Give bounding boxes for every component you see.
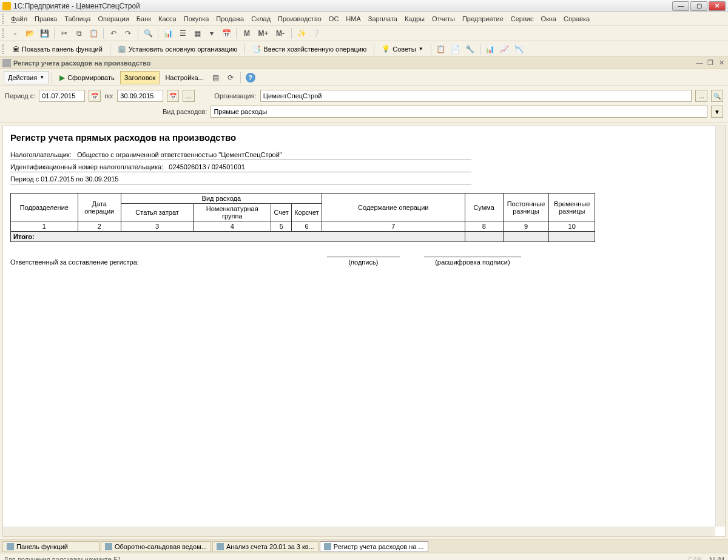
- set-org-button[interactable]: 🏢 Установить основную организацию: [113, 42, 242, 56]
- menu-hr[interactable]: Кадры: [401, 14, 428, 24]
- wand-icon[interactable]: ✨: [295, 27, 308, 40]
- list-icon[interactable]: ☰: [176, 27, 189, 40]
- panel-icon: 🏛: [13, 46, 19, 53]
- cut-icon[interactable]: ✂: [58, 27, 71, 40]
- status-cap: CAP: [688, 556, 702, 561]
- menu-service[interactable]: Сервис: [507, 14, 538, 24]
- task-panel-functions[interactable]: Панель функций: [2, 541, 99, 552]
- show-panel-button[interactable]: 🏛 Показать панель функций: [8, 42, 107, 56]
- task-icon: [217, 543, 224, 550]
- doc-minimize-icon[interactable]: —: [695, 59, 704, 67]
- menu-help[interactable]: Справка: [560, 14, 593, 24]
- menu-purchase[interactable]: Покупка: [180, 14, 213, 24]
- operation-icon: 📑: [252, 45, 261, 53]
- header-toggle-button[interactable]: Заголовок: [120, 71, 160, 84]
- actions-dropdown[interactable]: Действия ▼: [4, 71, 49, 84]
- menu-edit[interactable]: Правка: [31, 14, 61, 24]
- maximize-button[interactable]: ▢: [690, 1, 707, 11]
- period-to-input[interactable]: 30.09.2015: [117, 90, 163, 102]
- mem-mminus[interactable]: M-: [272, 27, 288, 40]
- extra-icon-6[interactable]: 📉: [513, 42, 526, 56]
- save-icon[interactable]: 💾: [38, 27, 51, 40]
- app-icon: [2, 2, 11, 10]
- expense-type-select[interactable]: Прямые расходы: [211, 106, 707, 118]
- help-toolbar-icon[interactable]: ❔: [309, 27, 323, 40]
- extra-icon-2[interactable]: 📄: [449, 42, 462, 56]
- enter-op-button[interactable]: 📑 Ввести хозяйственную операцию: [248, 42, 371, 56]
- col-account: Счет: [271, 204, 292, 221]
- extra-icon-1[interactable]: 📋: [434, 42, 448, 56]
- menu-file[interactable]: Файл: [7, 14, 31, 24]
- menu-windows[interactable]: Окна: [537, 14, 560, 24]
- close-button[interactable]: ✕: [709, 1, 726, 11]
- doc-close-icon[interactable]: ✕: [717, 59, 726, 67]
- period-to-label: по:: [104, 92, 113, 100]
- open-icon[interactable]: 📂: [23, 27, 36, 40]
- new-doc-icon[interactable]: ▫: [8, 27, 22, 40]
- chart-icon[interactable]: 📊: [161, 27, 175, 40]
- task-register[interactable]: Регистр учета расходов на ...: [320, 541, 428, 552]
- form-button[interactable]: ▶ Сформировать: [55, 71, 119, 84]
- menu-os[interactable]: ОС: [325, 14, 343, 24]
- task-osv[interactable]: Оборотно-сальдовая ведом...: [101, 541, 211, 552]
- menu-sale[interactable]: Продажа: [212, 14, 248, 24]
- set-org-label: Установить основную организацию: [129, 46, 238, 53]
- redo-icon[interactable]: ↷: [121, 27, 135, 40]
- play-icon: ▶: [59, 73, 65, 82]
- org-icon: 🏢: [118, 45, 126, 53]
- menu-warehouse[interactable]: Склад: [248, 14, 274, 24]
- undo-icon[interactable]: ↶: [107, 27, 120, 40]
- col-opdate: Дата операции: [78, 194, 121, 221]
- toolbar2-grip[interactable]: [2, 44, 6, 54]
- doc-tab-icon: [2, 59, 11, 67]
- col-number-row: 1 2 3 4 5 6 7 8 9 10: [11, 221, 595, 232]
- period-picker-button[interactable]: …: [183, 90, 195, 102]
- menu-bank[interactable]: Банк: [133, 14, 155, 24]
- org-input[interactable]: ЦементСпецСтрой: [260, 90, 692, 102]
- col-permdiff: Постоянные разницы: [503, 194, 549, 221]
- org-pick-button[interactable]: …: [695, 90, 707, 102]
- period-from-input[interactable]: 01.07.2015: [39, 90, 85, 102]
- menu-enterprise[interactable]: Предприятие: [459, 14, 507, 24]
- menu-cash[interactable]: Касса: [155, 14, 180, 24]
- paste-icon[interactable]: 📋: [87, 27, 100, 40]
- dropdown-icon[interactable]: ▾: [205, 27, 218, 40]
- toolbar1-grip[interactable]: [2, 29, 6, 38]
- find-icon[interactable]: 🔍: [141, 27, 155, 40]
- calendar-icon[interactable]: 📅: [220, 27, 233, 40]
- extra-icon-3[interactable]: 🔧: [463, 42, 477, 56]
- extra-icon-4[interactable]: 📊: [484, 42, 497, 56]
- mem-m[interactable]: M: [240, 27, 254, 40]
- form-label: Сформировать: [67, 74, 115, 81]
- extra-icon-5[interactable]: 📈: [498, 42, 511, 56]
- menu-operations[interactable]: Операции: [94, 14, 132, 24]
- expense-type-label: Вид расходов:: [163, 108, 207, 115]
- horizontal-scrollbar[interactable]: [3, 527, 715, 536]
- minimize-button[interactable]: —: [672, 1, 689, 11]
- org-search-icon[interactable]: 🔍: [711, 90, 723, 102]
- expense-type-dropdown-icon[interactable]: ▼: [711, 106, 723, 118]
- period-from-calendar-icon[interactable]: 📅: [89, 90, 101, 102]
- settings-button[interactable]: Настройка...: [161, 71, 207, 84]
- tips-button[interactable]: 💡 Советы ▼: [377, 42, 427, 56]
- refresh-icon[interactable]: ⟳: [224, 71, 237, 84]
- menu-production[interactable]: Производство: [274, 14, 325, 24]
- doc-restore-icon[interactable]: ❐: [706, 59, 715, 67]
- task-account-analysis[interactable]: Анализ счета 20.01 за 3 кв...: [212, 541, 318, 552]
- mem-mplus[interactable]: M+: [255, 27, 271, 40]
- document-tab-bar: Регистр учета расходов на производство —…: [0, 57, 728, 69]
- menu-salary[interactable]: Зарплата: [365, 14, 401, 24]
- menu-nma[interactable]: НМА: [342, 14, 364, 24]
- col-nomen: Номенклатурная группа: [194, 204, 271, 221]
- calc-icon[interactable]: ▦: [190, 27, 204, 40]
- menu-table[interactable]: Таблица: [61, 14, 94, 24]
- copy-icon[interactable]: ⧉: [72, 27, 86, 40]
- filter-icon[interactable]: ▤: [209, 71, 223, 84]
- period-to-calendar-icon[interactable]: 📅: [167, 90, 179, 102]
- main-menubar: Файл Правка Таблица Операции Банк Касса …: [0, 12, 728, 25]
- menubar-grip[interactable]: [2, 14, 6, 24]
- help-button[interactable]: ?: [244, 71, 257, 84]
- vertical-scrollbar[interactable]: [715, 126, 725, 527]
- menu-reports[interactable]: Отчеты: [428, 14, 459, 24]
- filter-panel: Период с: 01.07.2015 📅 по: 30.09.2015 📅 …: [0, 86, 728, 123]
